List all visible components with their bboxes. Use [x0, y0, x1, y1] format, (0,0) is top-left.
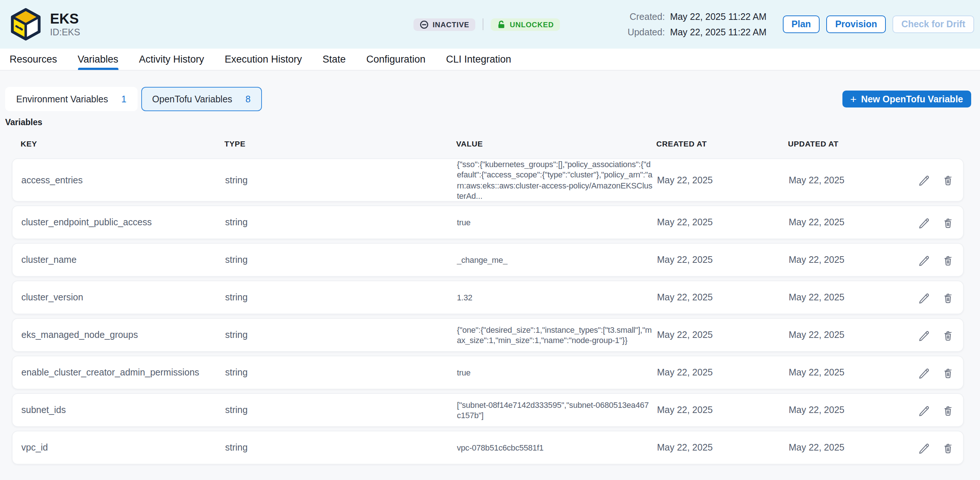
circle-minus-icon — [419, 19, 429, 29]
variable-value: 1.32 — [457, 292, 657, 303]
updated-label: Updated: — [628, 27, 665, 37]
header-actions: Plan Provision Check for Drift — [783, 16, 974, 33]
variable-value: ["subnet-08f14e7142d333595","subnet-0680… — [457, 400, 657, 421]
variable-updated-at: May 22, 2025 — [789, 255, 887, 265]
plus-icon: + — [850, 93, 857, 104]
edit-variable-button[interactable] — [918, 174, 930, 186]
tab-state[interactable]: State — [323, 49, 346, 70]
delete-variable-button[interactable] — [942, 291, 954, 304]
variable-value: _change_me_ — [457, 255, 657, 265]
trash-icon — [942, 216, 954, 229]
pencil-icon — [918, 216, 930, 229]
variable-type: string — [225, 255, 457, 265]
variable-type: string — [225, 405, 457, 415]
new-opentofu-variable-label: New OpenTofu Variable — [861, 94, 963, 104]
status-badges: INACTIVE UNLOCKED — [414, 18, 560, 30]
variables-table-body: access_entries string {"sso":{"kubernete… — [12, 158, 964, 464]
variable-key: vpc_id — [21, 442, 225, 453]
pencil-icon — [918, 174, 930, 186]
variable-type: string — [225, 292, 457, 303]
workspace-brand: EKS ID:EKS — [9, 7, 229, 41]
variable-updated-at: May 22, 2025 — [789, 442, 887, 453]
variable-key: cluster_name — [21, 255, 225, 265]
variables-section-title: Variables — [5, 118, 980, 127]
variable-value: vpc-078b51c6cbc5581f1 — [457, 442, 657, 453]
trash-icon — [942, 174, 954, 186]
tab-activity-history[interactable]: Activity History — [139, 49, 204, 70]
delete-variable-button[interactable] — [942, 329, 954, 341]
variable-row: cluster_name string _change_me_ May 22, … — [12, 243, 964, 277]
variable-updated-at: May 22, 2025 — [789, 175, 887, 185]
pencil-icon — [918, 404, 930, 416]
created-value: May 22, 2025 11:22 AM — [670, 11, 766, 22]
trash-icon — [942, 291, 954, 304]
column-header-updated-at: UPDATED AT — [788, 139, 886, 148]
variable-key: enable_cluster_creator_admin_permissions — [21, 367, 225, 378]
delete-variable-button[interactable] — [942, 174, 954, 186]
variable-updated-at: May 22, 2025 — [789, 405, 887, 415]
tab-execution-history[interactable]: Execution History — [225, 49, 302, 70]
variable-value: {"sso":{"kubernetes_groups":[],"policy_a… — [457, 159, 657, 201]
variable-created-at: May 22, 2025 — [657, 367, 789, 378]
check-for-drift-button[interactable]: Check for Drift — [892, 16, 974, 33]
status-badge: INACTIVE — [414, 18, 475, 30]
variable-key: access_entries — [21, 175, 225, 185]
variable-key: cluster_version — [21, 292, 225, 303]
delete-variable-button[interactable] — [942, 366, 954, 379]
edit-variable-button[interactable] — [918, 329, 930, 341]
new-opentofu-variable-button[interactable]: + New OpenTofu Variable — [842, 91, 971, 107]
variable-updated-at: May 22, 2025 — [789, 330, 887, 340]
plan-button[interactable]: Plan — [783, 16, 820, 33]
provision-button[interactable]: Provision — [826, 16, 886, 33]
variable-value: true — [457, 217, 657, 228]
pencil-icon — [918, 291, 930, 304]
environment-variables-label: Environment Variables — [16, 94, 108, 104]
edit-variable-button[interactable] — [918, 404, 930, 416]
variable-row: vpc_id string vpc-078b51c6cbc5581f1 May … — [12, 431, 964, 464]
tab-configuration[interactable]: Configuration — [366, 49, 426, 70]
pencil-icon — [918, 254, 930, 266]
delete-variable-button[interactable] — [942, 404, 954, 416]
trash-icon — [942, 329, 954, 341]
edit-variable-button[interactable] — [918, 291, 930, 304]
variable-created-at: May 22, 2025 — [657, 442, 789, 453]
trash-icon — [942, 254, 954, 266]
opentofu-variables-tab[interactable]: OpenTofu Variables 8 — [141, 87, 262, 111]
workspace-meta: Created: May 22, 2025 11:22 AM Updated: … — [628, 11, 767, 37]
delete-variable-button[interactable] — [942, 216, 954, 229]
pencil-icon — [918, 329, 930, 341]
cube-logo-icon — [9, 7, 43, 41]
tab-cli-integration[interactable]: CLI Integration — [446, 49, 511, 70]
variable-key: eks_managed_node_groups — [21, 330, 225, 340]
delete-variable-button[interactable] — [942, 441, 954, 454]
variable-created-at: May 22, 2025 — [657, 217, 789, 228]
variable-updated-at: May 22, 2025 — [789, 367, 887, 378]
variable-type: string — [225, 330, 457, 340]
status-badge-label: INACTIVE — [433, 20, 469, 28]
variable-row: cluster_version string 1.32 May 22, 2025… — [12, 281, 964, 314]
edit-variable-button[interactable] — [918, 366, 930, 379]
edit-variable-button[interactable] — [918, 216, 930, 229]
tab-resources[interactable]: Resources — [10, 49, 57, 70]
workspace-header: EKS ID:EKS INACTIVE UNLOCKED — [0, 0, 980, 49]
column-header-type: TYPE — [224, 139, 456, 148]
workspace-page: EKS ID:EKS INACTIVE UNLOCKED — [0, 0, 980, 480]
edit-variable-button[interactable] — [918, 441, 930, 454]
variable-key: cluster_endpoint_public_access — [21, 217, 225, 228]
delete-variable-button[interactable] — [942, 254, 954, 266]
variable-created-at: May 22, 2025 — [657, 175, 789, 185]
badge-divider — [483, 18, 484, 30]
variable-created-at: May 22, 2025 — [657, 330, 789, 340]
variable-type: string — [225, 175, 457, 185]
variable-updated-at: May 22, 2025 — [789, 292, 887, 303]
variable-created-at: May 22, 2025 — [657, 292, 789, 303]
tab-variables[interactable]: Variables — [78, 49, 118, 70]
variable-value: {"one":{"desired_size":1,"instance_types… — [457, 325, 657, 346]
workspace-tabs: ResourcesVariablesActivity HistoryExecut… — [0, 49, 980, 71]
variables-table-header: KEY TYPE VALUE CREATED AT UPDATED AT — [12, 139, 964, 149]
environment-variables-tab[interactable]: Environment Variables 1 — [5, 87, 138, 111]
lock-status-badge: UNLOCKED — [491, 18, 560, 30]
variable-row: enable_cluster_creator_admin_permissions… — [12, 356, 964, 389]
edit-variable-button[interactable] — [918, 254, 930, 266]
lock-status-badge-label: UNLOCKED — [510, 20, 554, 28]
